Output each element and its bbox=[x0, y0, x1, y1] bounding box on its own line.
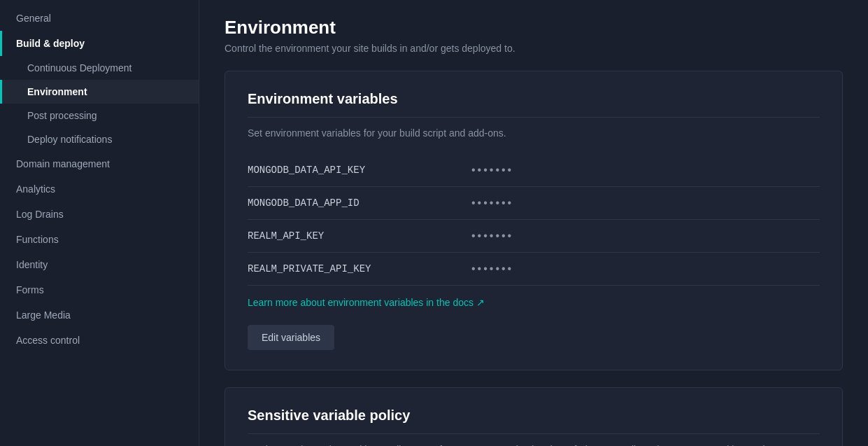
sensitive-card-title: Sensitive variable policy bbox=[248, 407, 820, 434]
sensitive-policy-card: Sensitive variable policy Deploy Preview… bbox=[225, 387, 843, 446]
sidebar-item-identity[interactable]: Identity bbox=[0, 252, 199, 277]
env-card-title: Environment variables bbox=[248, 91, 820, 118]
docs-link[interactable]: Learn more about environment variables i… bbox=[248, 297, 485, 308]
env-var-name: MONGODB_DATA_APP_ID bbox=[248, 197, 471, 209]
sidebar-item-large-media[interactable]: Large Media bbox=[0, 302, 199, 328]
sidebar-subitem-environment[interactable]: Environment bbox=[0, 80, 199, 104]
env-var-row: MONGODB_DATA_APP_ID ••••••• bbox=[248, 187, 820, 220]
env-var-name: MONGODB_DATA_API_KEY bbox=[248, 165, 471, 176]
env-var-value: ••••••• bbox=[471, 230, 513, 242]
sidebar: General Build & deploy Continuous Deploy… bbox=[0, 0, 199, 446]
sidebar-subitem-deploy-notifications[interactable]: Deploy notifications bbox=[0, 127, 199, 151]
page-title: Environment bbox=[225, 17, 843, 39]
sidebar-item-access-control[interactable]: Access control bbox=[0, 328, 199, 353]
env-var-value: ••••••• bbox=[471, 164, 513, 176]
sidebar-item-forms[interactable]: Forms bbox=[0, 277, 199, 302]
sidebar-item-general[interactable]: General bbox=[0, 6, 199, 31]
sidebar-item-build-deploy[interactable]: Build & deploy bbox=[0, 31, 199, 56]
edit-variables-button[interactable]: Edit variables bbox=[248, 325, 334, 350]
env-var-value: ••••••• bbox=[471, 263, 513, 275]
env-var-row: MONGODB_DATA_API_KEY ••••••• bbox=[248, 154, 820, 187]
env-variables-card: Environment variables Set environment va… bbox=[225, 71, 843, 370]
sidebar-item-domain-management[interactable]: Domain management bbox=[0, 151, 199, 176]
page-subtitle: Control the environment your site builds… bbox=[225, 43, 843, 54]
env-var-name: REALM_PRIVATE_API_KEY bbox=[248, 263, 471, 274]
env-var-value: ••••••• bbox=[471, 197, 513, 209]
env-var-row: REALM_API_KEY ••••••• bbox=[248, 220, 820, 253]
sidebar-item-functions[interactable]: Functions bbox=[0, 227, 199, 252]
sidebar-item-analytics[interactable]: Analytics bbox=[0, 176, 199, 202]
env-var-row: REALM_PRIVATE_API_KEY ••••••• bbox=[248, 253, 820, 286]
sidebar-subitem-continuous-deployment[interactable]: Continuous Deployment bbox=[0, 56, 199, 80]
env-var-name: REALM_API_KEY bbox=[248, 230, 471, 242]
sidebar-subitem-post-processing[interactable]: Post processing bbox=[0, 104, 199, 127]
env-card-description: Set environment variables for your build… bbox=[248, 127, 820, 139]
main-content: Environment Control the environment your… bbox=[199, 0, 868, 446]
sidebar-item-log-drains[interactable]: Log Drains bbox=[0, 202, 199, 227]
